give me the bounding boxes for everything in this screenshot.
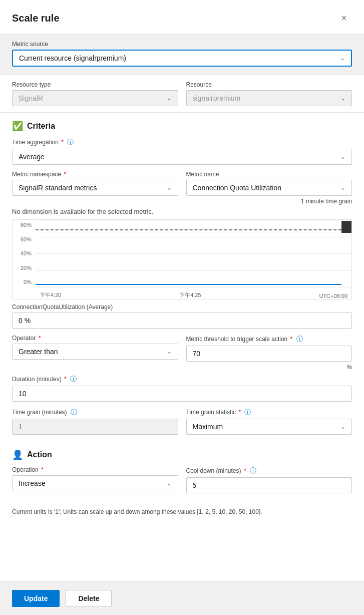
scale-rule-panel: Scale rule × Metric source Current resou… (0, 0, 364, 615)
duration-field: Duration (minutes) * ⓘ (12, 375, 352, 402)
grain-note: 1 minute time grain (12, 198, 352, 205)
chart-dashed-threshold-line (36, 229, 351, 230)
chart-scroll-indicator[interactable] (341, 221, 351, 233)
metric-name-value: Connection Quota Utilization (193, 184, 281, 192)
connection-quota-input[interactable] (12, 313, 352, 329)
time-aggregation-field: Time aggregation * ⓘ Average ⌄ (12, 138, 352, 165)
time-aggregation-chevron-icon: ⌄ (340, 153, 345, 160)
close-button[interactable]: × (336, 10, 352, 26)
metric-namespace-dropdown[interactable]: SignalR standard metrics ⌄ (12, 180, 178, 196)
operation-field: Operation * Increase ⌄ (12, 466, 178, 493)
resource-type-dropdown[interactable]: SignalR ⌄ (12, 90, 178, 106)
delete-button[interactable]: Delete (66, 590, 112, 607)
required-star: * (61, 139, 64, 146)
cool-down-field: Cool down (minutes) * ⓘ (186, 466, 352, 493)
chart-y-label-20: 20% (14, 265, 34, 271)
time-grain-info-icon[interactable]: ⓘ (71, 408, 77, 416)
metric-source-section: Metric source Current resource (signalrp… (0, 35, 364, 75)
operator-dropdown[interactable]: Greater than ⌄ (12, 344, 178, 360)
resource-chevron-icon: ⌄ (340, 95, 345, 102)
metric-threshold-input[interactable] (186, 346, 352, 362)
cool-down-label: Cool down (minutes) * ⓘ (186, 466, 352, 475)
required-star-op2: * (41, 466, 44, 473)
metric-threshold-label: Metric threshold to trigger scale action… (186, 335, 352, 344)
operator-chevron-icon: ⌄ (167, 348, 172, 355)
chart-x-label-tz: UTC+08:00 (319, 293, 347, 299)
chart-y-label-0: 0% (14, 279, 34, 285)
required-star-tgs: * (238, 409, 241, 416)
operation-value: Increase (19, 479, 46, 487)
resource-label: Resource (186, 81, 352, 88)
operation-chevron-icon: ⌄ (167, 480, 172, 487)
metric-source-label: Metric source (12, 41, 352, 48)
metric-threshold-info-icon[interactable]: ⓘ (296, 335, 303, 343)
footer-note: Current units is '1'; Units can scale up… (0, 503, 364, 516)
duration-info-icon[interactable]: ⓘ (70, 375, 77, 383)
time-grain-statistic-dropdown[interactable]: Maximum ⌄ (186, 419, 352, 435)
operator-field: Operator * Greater than ⌄ (12, 335, 178, 362)
cool-down-input[interactable] (186, 477, 352, 493)
footer-buttons: Update Delete (0, 581, 364, 615)
metric-namespace-field: Metric namespace * SignalR standard metr… (12, 171, 178, 196)
gridline-top (36, 220, 351, 220)
required-star-dur: * (64, 376, 67, 383)
update-button[interactable]: Update (12, 590, 60, 607)
time-aggregation-value: Average (19, 153, 45, 161)
resource-row: Resource type SignalR ⌄ Resource signalr… (0, 75, 364, 112)
metric-source-chevron-icon: ⌄ (340, 55, 345, 62)
duration-label: Duration (minutes) * ⓘ (12, 375, 352, 384)
metric-source-value: Current resource (signalrpremium) (19, 54, 126, 62)
metric-threshold-field: Metric threshold to trigger scale action… (186, 335, 352, 362)
time-grain-statistic-info-icon[interactable]: ⓘ (244, 408, 251, 416)
resource-type-value: SignalR (19, 94, 43, 102)
metric-name-field: Metric name Connection Quota Utilization… (186, 171, 352, 196)
required-star-cd: * (244, 467, 246, 474)
metric-namespace-value: SignalR standard metrics (19, 184, 97, 192)
chart-y-label-40: 40% (14, 250, 34, 256)
resource-dropdown[interactable]: signalrpremium ⌄ (186, 90, 352, 106)
time-grain-statistic-field: Time grain statistic * ⓘ Maximum ⌄ (186, 408, 352, 435)
connection-quota-display: ConnectionQuotaUtilization (Average) (12, 303, 352, 329)
gridline-50 (36, 253, 351, 254)
percent-note: % (12, 364, 352, 371)
time-grain-statistic-chevron-icon: ⌄ (340, 423, 345, 430)
time-grain-minutes-input (12, 419, 178, 435)
dimension-note: No dimension is available for the select… (12, 208, 352, 215)
time-grain-minutes-label: Time grain (minutes) ⓘ (12, 408, 178, 417)
metric-name-label: Metric name (186, 171, 352, 178)
operation-dropdown[interactable]: Increase ⌄ (12, 475, 178, 491)
operation-label: Operation * (12, 466, 178, 473)
connection-quota-label: ConnectionQuotaUtilization (Average) (12, 303, 352, 311)
metric-row: Metric namespace * SignalR standard metr… (12, 171, 352, 196)
chart-x-label-1: 下午4:20 (40, 291, 61, 299)
criteria-icon: ✅ (12, 121, 23, 132)
chart-inner (36, 220, 351, 287)
metric-namespace-chevron-icon: ⌄ (167, 184, 172, 191)
metric-name-dropdown[interactable]: Connection Quota Utilization ⌄ (186, 180, 352, 196)
resource-type-label: Resource type (12, 81, 178, 88)
metric-namespace-label: Metric namespace * (12, 171, 178, 178)
chart-x-labels: 下午4:20 下午4:25 UTC+08:00 (36, 287, 351, 299)
time-grain-row: Time grain (minutes) ⓘ Time grain statis… (12, 408, 352, 435)
chart-area: 80% 60% 40% 20% 0% (12, 219, 352, 299)
required-star-ns: * (64, 171, 66, 178)
metric-source-dropdown[interactable]: Current resource (signalrpremium) ⌄ (12, 50, 352, 67)
chart-y-label-60: 60% (14, 236, 34, 242)
operation-cooldown-row: Operation * Increase ⌄ Cool down (minute… (12, 466, 352, 493)
chart-data-line (36, 284, 341, 285)
criteria-heading: ✅ Criteria (12, 121, 352, 132)
time-aggregation-info-icon[interactable]: ⓘ (67, 138, 74, 146)
time-grain-statistic-value: Maximum (193, 423, 223, 431)
cool-down-info-icon[interactable]: ⓘ (250, 467, 256, 474)
action-heading-text: Action (27, 450, 52, 459)
resource-value: signalrpremium (193, 94, 241, 102)
criteria-section: ✅ Criteria Time aggregation * ⓘ Average … (0, 113, 364, 441)
panel-header: Scale rule × (0, 0, 364, 34)
action-heading: 👤 Action (12, 449, 352, 460)
action-icon: 👤 (12, 449, 23, 460)
operator-value: Greater than (19, 348, 58, 356)
duration-input[interactable] (12, 386, 352, 402)
chart-y-labels: 80% 60% 40% 20% 0% (13, 220, 36, 287)
time-aggregation-dropdown[interactable]: Average ⌄ (12, 149, 352, 165)
chart-y-label-80: 80% (14, 222, 34, 228)
